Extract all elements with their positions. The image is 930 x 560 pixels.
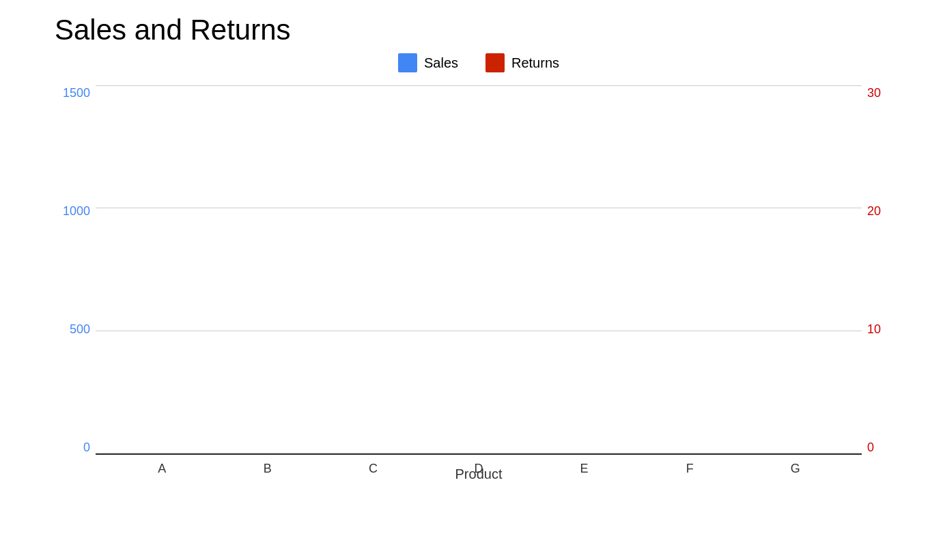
chart-legend: Sales Returns xyxy=(55,53,903,72)
y-left-label: 0 xyxy=(83,440,90,455)
y-axis-right: 0102030 xyxy=(862,86,903,455)
legend-label-returns: Returns xyxy=(511,55,559,71)
chart-container: Sales and Returns Sales Returns 05001000… xyxy=(0,0,930,560)
bars-container xyxy=(96,86,862,453)
y-axis-left: 050010001500 xyxy=(55,86,96,455)
legend-item-returns: Returns xyxy=(485,53,559,72)
chart-area: 050010001500 0102030 ABCDEFG Product xyxy=(55,86,903,482)
y-right-label: 10 xyxy=(867,322,881,337)
x-axis-title: Product xyxy=(55,466,903,482)
y-right-label: 30 xyxy=(867,86,881,100)
y-right-label: 20 xyxy=(867,204,881,219)
legend-item-sales: Sales xyxy=(398,53,458,72)
legend-swatch-returns xyxy=(485,53,505,72)
plot-area xyxy=(96,86,862,455)
legend-label-sales: Sales xyxy=(424,55,458,71)
y-left-label: 500 xyxy=(70,322,90,337)
y-right-label: 0 xyxy=(867,440,874,455)
y-left-label: 1000 xyxy=(63,204,90,219)
chart-title: Sales and Returns xyxy=(55,14,903,46)
y-left-label: 1500 xyxy=(63,86,90,100)
legend-swatch-sales xyxy=(398,53,417,72)
